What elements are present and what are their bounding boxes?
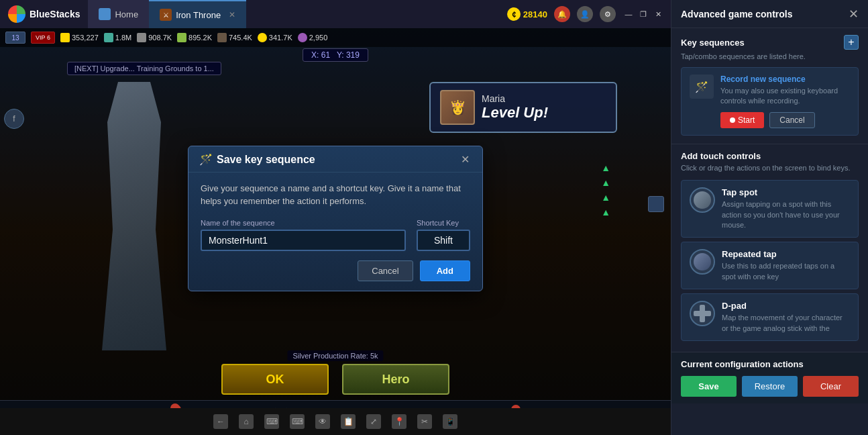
tab-home[interactable]: Home <box>88 0 149 28</box>
dialog-title-icon: 🪄 <box>199 153 213 166</box>
touch-controls-section: Add touch controls Click or drag the act… <box>671 144 868 352</box>
key-form-group: Shortcut Key Shift <box>417 219 470 251</box>
settings-btn[interactable]: ⚙ <box>600 6 616 22</box>
taskbar: ← ⌂ ⌨ ⌨ 👁 📋 ⤢ 📍 ✂ 📱 <box>0 408 671 435</box>
touch-controls-title: Add touch controls <box>681 151 859 161</box>
record-name: Record new sequence <box>720 75 850 84</box>
panel-title: Advanced game controls <box>681 9 793 19</box>
app-name: BlueStacks <box>30 9 80 19</box>
tb-expand-btn[interactable]: ⤢ <box>366 414 381 429</box>
coin-amount: 28140 <box>523 9 547 19</box>
config-actions-title: Current configuration actions <box>681 359 859 369</box>
notification-btn[interactable]: 🔔 <box>554 6 570 22</box>
section-header: Key sequences + <box>681 35 859 50</box>
tap-spot-info: Tap spot Assign tapping on a spot with t… <box>722 187 850 230</box>
tap-spot-card[interactable]: Tap spot Assign tapping on a spot with t… <box>681 180 859 238</box>
name-label: Name of the sequence <box>201 219 406 227</box>
key-sequences-desc: Tap/combo sequences are listed here. <box>681 52 859 60</box>
wand-icon: 🪄 <box>695 81 708 93</box>
dialog-form-row: Name of the sequence Shortcut Key Shift <box>201 219 470 251</box>
save-key-sequence-dialog: 🪄 Save key sequence ✕ Give your sequence… <box>188 146 483 291</box>
repeated-tap-icon <box>690 249 715 275</box>
tb-eye-btn[interactable]: 👁 <box>315 414 330 429</box>
repeated-tap-card[interactable]: Repeated tap Use this to add repeated ta… <box>681 242 859 289</box>
coin-icon: ₵ <box>507 7 521 21</box>
tb-keyboard-btn[interactable]: ⌨ <box>264 414 279 429</box>
cancel-recording-btn[interactable]: Cancel <box>769 112 814 128</box>
repeated-tap-circle <box>694 253 711 271</box>
tab-game[interactable]: ⚔ Iron Throne ✕ <box>149 0 246 28</box>
tb-back-btn[interactable]: ← <box>213 414 228 429</box>
shortcut-key-display[interactable]: Shift <box>417 230 470 251</box>
repeated-tap-desc: Use this to add repeated taps on a spot … <box>722 261 850 282</box>
dpad-info: D-pad Map the movement of your character… <box>722 301 850 334</box>
record-note: You may also use existing keyboard contr… <box>720 86 850 107</box>
save-config-btn[interactable]: Save <box>681 376 737 397</box>
minimize-btn[interactable]: — <box>622 8 635 20</box>
dpad-icon <box>690 301 715 326</box>
home-tab-icon <box>99 8 111 20</box>
panel-close-btn[interactable]: ✕ <box>849 7 859 21</box>
tap-spot-desc: Assign tapping on a spot with this actio… <box>722 199 850 230</box>
dpad-shape <box>694 305 711 322</box>
tb-home-btn[interactable]: ⌂ <box>239 414 254 429</box>
tb-phone-btn[interactable]: 📱 <box>443 414 457 429</box>
config-actions-section: Current configuration actions Save Resto… <box>671 352 868 403</box>
dialog-title-text: Save key sequence <box>217 154 315 166</box>
dialog-cancel-btn[interactable]: Cancel <box>358 260 413 281</box>
tap-spot-name: Tap spot <box>722 187 850 197</box>
game-tab-label: Iron Throne <box>176 10 221 20</box>
tb-keyboard2-btn[interactable]: ⌨ <box>290 414 305 429</box>
panel-header: Advanced game controls ✕ <box>671 0 868 28</box>
start-recording-btn[interactable]: Start <box>720 112 764 128</box>
touch-controls-desc: Click or drag the actions on the screen … <box>681 163 859 173</box>
home-tab-label: Home <box>115 9 138 19</box>
close-btn[interactable]: ✕ <box>652 8 664 20</box>
record-info: Record new sequence You may also use exi… <box>720 75 850 128</box>
dialog-title-bar: 🪄 Save key sequence ✕ <box>188 146 482 173</box>
dpad-name: D-pad <box>722 301 850 311</box>
repeated-tap-info: Repeated tap Use this to add repeated ta… <box>722 249 850 282</box>
add-sequence-btn[interactable]: + <box>844 35 859 50</box>
tap-spot-icon <box>690 187 715 213</box>
dialog-body: Give your sequence a name and a shortcut… <box>188 173 482 291</box>
record-icon: 🪄 <box>690 75 714 99</box>
game-area: BlueStacks Home ⚔ Iron Throne ✕ ₵ 28140 … <box>0 0 671 435</box>
app-logo: BlueStacks <box>0 5 88 23</box>
config-action-buttons: Save Restore Clear <box>681 376 859 397</box>
profile-btn[interactable]: 👤 <box>577 6 593 22</box>
name-form-group: Name of the sequence <box>201 219 406 251</box>
game-tab-icon: ⚔ <box>160 9 172 21</box>
record-buttons: Start Cancel <box>720 112 850 128</box>
bluestacks-icon <box>8 5 25 23</box>
sequence-name-input[interactable] <box>201 230 406 251</box>
window-controls: — ❐ ✕ <box>622 8 664 20</box>
clear-config-btn[interactable]: Clear <box>803 376 859 397</box>
tb-copy-btn[interactable]: 📋 <box>341 414 356 429</box>
dialog-add-btn[interactable]: Add <box>420 260 470 281</box>
record-dot <box>730 117 735 123</box>
repeated-tap-name: Repeated tap <box>722 249 850 259</box>
tab-close-btn[interactable]: ✕ <box>229 10 235 19</box>
title-bar: BlueStacks Home ⚔ Iron Throne ✕ ₵ 28140 … <box>0 0 671 28</box>
record-area: 🪄 Record new sequence You may also use e… <box>681 67 859 136</box>
title-bar-right: ₵ 28140 🔔 👤 ⚙ — ❐ ✕ <box>507 6 671 22</box>
dialog-close-btn[interactable]: ✕ <box>458 153 472 166</box>
right-panel: Advanced game controls ✕ Key sequences +… <box>671 0 868 435</box>
restore-btn[interactable]: ❐ <box>637 8 649 20</box>
dpad-card[interactable]: D-pad Map the movement of your character… <box>681 293 859 341</box>
dialog-actions: Cancel Add <box>201 260 470 281</box>
dialog-overlay: 🪄 Save key sequence ✕ Give your sequence… <box>0 28 671 408</box>
key-sequences-title: Key sequences <box>681 38 745 48</box>
restore-config-btn[interactable]: Restore <box>742 376 798 397</box>
tb-location-btn[interactable]: 📍 <box>392 414 406 429</box>
key-sequences-section: Key sequences + Tap/combo sequences are … <box>671 28 868 144</box>
tb-scissors-btn[interactable]: ✂ <box>417 414 432 429</box>
dpad-desc: Map the movement of your character or th… <box>722 313 850 334</box>
coin-area: ₵ 28140 <box>507 7 547 21</box>
key-label: Shortcut Key <box>417 219 470 227</box>
dialog-description: Give your sequence a name and a shortcut… <box>201 182 470 208</box>
tap-spot-circle <box>694 191 711 209</box>
dialog-title: 🪄 Save key sequence <box>199 153 315 166</box>
